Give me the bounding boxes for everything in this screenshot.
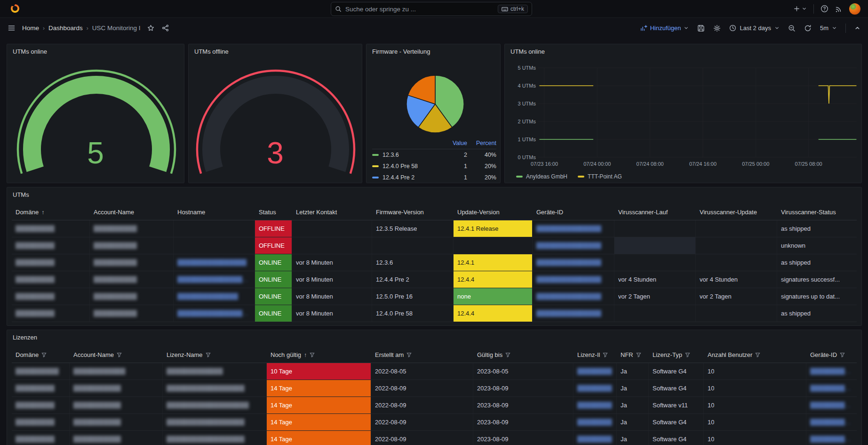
legend-item[interactable]: 12.4.0 Pre 58 1 20% xyxy=(372,161,496,172)
column-header-virusscanner-update[interactable]: Virusscanner-Update xyxy=(696,204,777,220)
help-icon[interactable] xyxy=(820,5,828,13)
breadcrumb-dashboards[interactable]: Dashboards xyxy=(48,24,83,32)
filter-icon[interactable] xyxy=(840,352,845,357)
column-header-anzahl-benutzer[interactable]: Anzahl Benutzer xyxy=(704,347,806,363)
cell-geraete-id[interactable]: ███████████████ xyxy=(533,237,614,254)
column-header-lizenz-typ[interactable]: Lizenz-Typ xyxy=(649,347,704,363)
panel-title[interactable]: UTMs xyxy=(13,191,29,198)
y-axis-tick-label: 1 UTMs xyxy=(518,137,536,142)
cell-lizenz-id[interactable]: ████████ xyxy=(573,397,617,413)
cell-geraete-id[interactable]: ██████████ xyxy=(806,380,857,396)
cell-hostname[interactable]: ████████████████ xyxy=(174,254,255,271)
cell-geraete-id[interactable]: ███████████████ xyxy=(533,220,614,237)
filter-icon[interactable] xyxy=(117,352,122,357)
settings-gear-icon[interactable] xyxy=(713,24,721,32)
save-dashboard-icon[interactable] xyxy=(697,24,705,32)
column-header-domaene[interactable]: Domäne↑ xyxy=(12,204,90,220)
cell-lizenz-id[interactable]: ████████ xyxy=(573,431,617,445)
filter-icon[interactable] xyxy=(685,352,690,357)
filter-icon[interactable] xyxy=(603,352,608,357)
column-header-account-name[interactable]: Account-Name xyxy=(90,204,174,220)
cell-geraete-id[interactable]: ██████████ xyxy=(806,397,857,413)
cell-geraete-id[interactable]: ███████████████ xyxy=(533,305,614,322)
cell-hostname[interactable]: ███████████████████ xyxy=(174,271,255,288)
legend-column-value[interactable]: Value xyxy=(445,140,467,146)
refresh-interval-picker[interactable]: 5m xyxy=(820,24,837,32)
grafana-logo-icon[interactable] xyxy=(9,3,21,15)
column-header-gueltig-bis[interactable]: Gültig bis xyxy=(473,347,573,363)
filter-icon[interactable] xyxy=(755,352,760,357)
chevron-down-icon xyxy=(684,25,689,31)
new-menu-button[interactable] xyxy=(793,5,807,12)
refresh-icon[interactable] xyxy=(804,24,812,32)
panel-title[interactable]: UTMs online xyxy=(510,48,545,55)
share-icon[interactable] xyxy=(162,24,169,32)
cell-account-name: ██████████ xyxy=(90,305,174,322)
cell-geraete-id[interactable]: ███████████████ xyxy=(533,288,614,305)
table-row: ██████████████████████████████████████14… xyxy=(12,380,857,397)
clock-icon xyxy=(729,24,736,32)
time-range-picker[interactable]: Last 2 days xyxy=(729,24,780,32)
filter-icon[interactable] xyxy=(310,352,315,357)
filter-icon[interactable] xyxy=(41,352,47,357)
cell-account-name: ███████████ xyxy=(70,397,163,413)
add-panel-button[interactable]: Hinzufügen xyxy=(640,24,689,32)
cell-geraete-id[interactable]: ██████████ xyxy=(806,431,857,445)
column-header-update-version[interactable]: Update-Version xyxy=(454,204,533,220)
star-icon[interactable] xyxy=(147,24,154,32)
column-header-account-name[interactable]: Account-Name xyxy=(70,347,163,363)
table-row: ███████████████████████████████████10 Ta… xyxy=(12,363,857,380)
cell-nfr: Ja xyxy=(617,380,649,396)
cell-virusscanner-status: as shipped xyxy=(777,220,857,237)
legend-item[interactable]: TTT-Point AG xyxy=(578,173,622,180)
column-header-erstellt-am[interactable]: Erstellt am xyxy=(371,347,473,363)
column-header-lizenz-name[interactable]: Lizenz-Name xyxy=(163,347,267,363)
cell-erstellt-am: 2022-08-09 xyxy=(371,397,473,413)
collapse-toolbar-icon[interactable] xyxy=(854,25,860,31)
menu-icon[interactable] xyxy=(8,24,16,32)
dashboard-toolbar: Home › Dashboards › USC Monitoring I Hin… xyxy=(0,18,868,38)
column-header-virusscanner-lauf[interactable]: Virusscanner-Lauf xyxy=(614,204,696,220)
cell-nfr: Ja xyxy=(617,414,649,430)
search-input[interactable]: Suche oder springe zu ... ctrl+k xyxy=(331,2,532,16)
filter-icon[interactable] xyxy=(505,352,510,357)
column-header-geraete-id[interactable]: Geräte-ID xyxy=(533,204,614,220)
cell-geraete-id[interactable]: ██████████ xyxy=(806,363,857,380)
column-header-lizenz-id[interactable]: Lizenz-Il xyxy=(573,347,617,363)
cell-hostname[interactable]: █████████████████ xyxy=(174,305,255,322)
legend-column-percent[interactable]: Percent xyxy=(467,140,496,146)
cell-lizenz-name: ██████████████████ xyxy=(163,431,267,445)
filter-icon[interactable] xyxy=(206,352,211,357)
panel-title[interactable]: UTMs offline xyxy=(194,48,229,55)
filter-icon[interactable] xyxy=(636,352,641,357)
cell-status: ONLINE xyxy=(255,288,292,305)
avatar[interactable] xyxy=(849,3,860,15)
panel-title[interactable]: Lizenzen xyxy=(13,334,37,341)
cell-hostname[interactable]: ██████████████ xyxy=(174,288,255,305)
column-header-status[interactable]: Status xyxy=(255,204,292,220)
table-row: ██████████████████████████████████████14… xyxy=(12,414,857,431)
news-icon[interactable] xyxy=(835,5,843,13)
column-header-geraete-id[interactable]: Geräte-ID xyxy=(806,347,857,363)
legend-item[interactable]: 12.3.6 2 40% xyxy=(372,149,496,161)
panel-title[interactable]: UTMs online xyxy=(13,48,47,55)
panel-title[interactable]: Firmware - Verteilung xyxy=(372,48,430,55)
column-header-virusscanner-status[interactable]: Virusscanner-Status xyxy=(777,204,857,220)
zoom-out-icon[interactable] xyxy=(788,24,796,32)
cell-lizenz-id[interactable]: ████████ xyxy=(573,363,617,380)
breadcrumb-home[interactable]: Home xyxy=(22,24,39,32)
cell-lizenz-id[interactable]: ████████ xyxy=(573,380,617,396)
column-header-noch-gueltig[interactable]: Noch gültig↑ xyxy=(267,347,371,363)
column-header-letzter-kontakt[interactable]: Letzter Kontakt xyxy=(292,204,372,220)
cell-lizenz-id[interactable]: ████████ xyxy=(573,414,617,430)
filter-icon[interactable] xyxy=(406,352,412,357)
cell-geraete-id[interactable]: ███████████████ xyxy=(533,271,614,288)
legend-item[interactable]: AnyIdeas GmbH xyxy=(516,173,567,180)
column-header-hostname[interactable]: Hostname xyxy=(174,204,255,220)
column-header-firmware-version[interactable]: Firmware-Version xyxy=(372,204,454,220)
cell-geraete-id[interactable]: ██████████ xyxy=(806,414,857,430)
legend-item[interactable]: 12.4.4 Pre 2 1 20% xyxy=(372,172,496,183)
column-header-domaene[interactable]: Domäne xyxy=(12,347,70,363)
column-header-nfr[interactable]: NFR xyxy=(617,347,649,363)
cell-geraete-id[interactable]: ███████████████ xyxy=(533,254,614,271)
